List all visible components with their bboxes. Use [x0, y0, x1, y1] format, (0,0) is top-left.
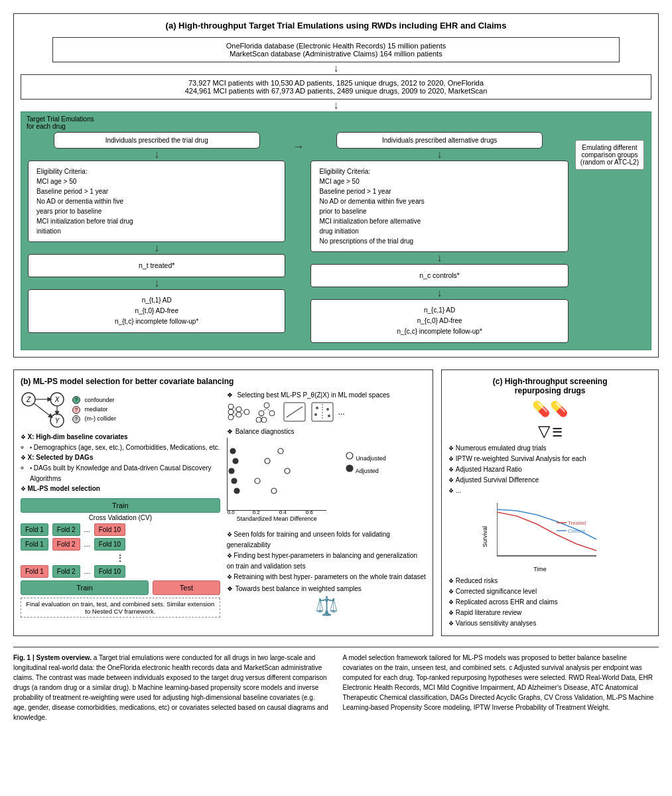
svg-line-8 — [34, 403, 51, 417]
section-a: (a) High-throughput Target Trial Emulati… — [13, 13, 659, 358]
fold10-r1: Fold 10 — [94, 523, 125, 536]
controls-count: n_c controls* — [310, 264, 568, 287]
vdots: ⋮ — [21, 553, 220, 563]
tree-icon — [255, 401, 279, 423]
svg-point-12 — [236, 407, 241, 412]
c-bottom-5: Various sensitivity analyses — [448, 618, 651, 629]
dots1: ... — [84, 525, 90, 533]
svg-point-21 — [264, 403, 269, 408]
c-bottom-3: Replicated across EHR and claims — [448, 597, 651, 608]
svg-point-46 — [232, 478, 237, 484]
c-bullet-4: Adjusted Survival Difference — [448, 475, 651, 486]
fold1-g2: Fold 1 — [21, 538, 48, 551]
model-icons: ... — [227, 401, 427, 423]
survival-svg: Treated Control — [497, 503, 603, 559]
caption-right: A model selection framework tailored for… — [343, 653, 659, 722]
dag-area: Z X Y — [21, 391, 220, 428]
svg-line-20 — [241, 412, 244, 415]
cv-bullet-2: Finding best hyper-parameters in balanci… — [227, 551, 427, 572]
svg-point-38 — [278, 448, 283, 454]
svg-point-48 — [346, 452, 353, 459]
svg-point-10 — [228, 409, 234, 415]
eligibility-right: Eligibility Criteria: MCI age > 50 Basel… — [310, 161, 568, 252]
dots3: ... — [84, 567, 90, 575]
pill-icon: 💊💊 — [532, 401, 568, 417]
confounder-dot: ? — [72, 396, 80, 404]
svg-line-27 — [267, 408, 269, 411]
outcome-left: n_{t,1} AD n_{t,0} AD-free n_{t,c} incom… — [28, 289, 285, 333]
arrow-d6: ↓ — [437, 149, 442, 161]
svg-point-23 — [269, 411, 275, 416]
fold2-g1: Fold 2 — [52, 523, 80, 536]
balance-chart: Standardized Mean Difference 0.0 0.2 0.4… — [227, 438, 326, 511]
select-label: ❖ Selecting best ML-PS P_θ(Z|X) in ML mo… — [227, 391, 427, 399]
b-bullets: X: High-dim baseline covariates Demograp… — [21, 432, 220, 494]
dag-graph: Z X Y — [21, 391, 67, 428]
fold1-g1: Fold 1 — [21, 523, 48, 536]
c-top-bullets: Numerous emulated drug trials IPTW re-we… — [448, 443, 651, 496]
c-bottom-1: Reduced risks — [448, 576, 651, 586]
svg-point-36 — [326, 408, 329, 411]
b-right: ❖ Selecting best ML-PS P_θ(Z|X) in ML mo… — [227, 391, 427, 620]
test-bar: Test — [153, 580, 220, 595]
svg-line-17 — [234, 412, 236, 415]
cv-row-3: Fold 1 Fold 2 ... Fold 10 — [21, 565, 220, 578]
mci-box: 73,927 MCI patients with 10,530 AD patie… — [21, 74, 651, 100]
c-bullet-5: ... — [448, 486, 651, 496]
svg-text:Control: Control — [568, 528, 585, 534]
dag-legend: ? confounder ? mediator ? (m-) collider — [72, 395, 116, 424]
arrow-d4: ↓ — [154, 242, 159, 254]
svg-text:X: X — [54, 396, 60, 403]
c-bullet-1: Numerous emulated drug trials — [448, 443, 651, 454]
svg-line-16 — [234, 409, 236, 412]
svg-point-44 — [233, 458, 238, 464]
chart-legend: Unadjusted Adjusted — [345, 451, 386, 476]
section-a-title: (a) High-throughput Target Trial Emulati… — [21, 21, 651, 31]
outcome-right: n_{c,1} AD n_{c,0} AD-free n_{c,c} incom… — [310, 299, 568, 343]
svg-point-13 — [236, 412, 241, 417]
svg-text:Treated: Treated — [568, 520, 586, 526]
cv-row-2: Fold 1 Fold 2 ... Fold 10 — [21, 538, 220, 551]
fold2-g3: Fold 2 — [52, 565, 80, 578]
train-bar-bottom: Train — [21, 580, 149, 595]
section-b-title: (b) ML-PS model selection for better cov… — [21, 377, 426, 386]
svg-point-34 — [316, 407, 318, 409]
svg-point-39 — [265, 458, 270, 464]
comparison-label: Emulating different comparison groups (r… — [575, 140, 644, 170]
svg-point-24 — [256, 417, 261, 423]
svg-line-19 — [241, 409, 244, 412]
fold1-r3: Fold 1 — [21, 565, 48, 578]
svg-point-22 — [259, 411, 264, 416]
svg-point-25 — [261, 417, 267, 423]
svg-point-35 — [314, 413, 317, 416]
fold10-g3: Fold 10 — [94, 565, 125, 578]
bullet1-sub1: Demographics (age, sex, etc.), Comorbidi… — [30, 442, 220, 453]
svg-line-26 — [264, 408, 267, 411]
section-c-title: (c) High-throughput screening repurposin… — [448, 377, 651, 395]
svg-text:Z: Z — [26, 396, 31, 403]
section-bc: (b) ML-PS model selection for better cov… — [13, 369, 659, 636]
svg-point-49 — [346, 465, 353, 472]
fig-label: Fig. 1 | System overview. — [13, 654, 92, 661]
collider-dot: ? — [72, 415, 80, 423]
mediator-dot: ? — [72, 406, 80, 414]
nn-icon — [227, 401, 251, 423]
db-box: OneFlorida database (Electronic Health R… — [52, 37, 620, 62]
c-bottom-bullets: Reduced risks Corrected significance lev… — [448, 576, 651, 629]
survival-chart-container: Survival Treated Control Time — [494, 503, 606, 563]
c-bullet-3: Adjusted Hazard Ratio — [448, 464, 651, 475]
final-eval: Final evaluation on train, test, and com… — [21, 598, 220, 618]
svg-point-47 — [234, 488, 239, 494]
arrow-d5: ↓ — [154, 277, 159, 289]
lr-icon — [283, 401, 306, 423]
survival-y-label: Survival — [482, 526, 488, 547]
caption-left: Fig. 1 | System overview. a Target trial… — [13, 653, 330, 722]
c-bottom-2: Corrected significance level — [448, 586, 651, 597]
caption-left-text: a Target trial emulations were conducted… — [13, 654, 328, 721]
arrow-down-1: ↓ — [334, 62, 339, 74]
bullet2: X: Selected by DAGs — [28, 454, 94, 461]
train-test-row: Train Test — [21, 580, 220, 595]
cv-label: Cross Validation (CV) — [21, 514, 220, 521]
treated-label: Individuals prescribed the trial drug — [54, 132, 260, 149]
chart-svg — [228, 438, 327, 511]
